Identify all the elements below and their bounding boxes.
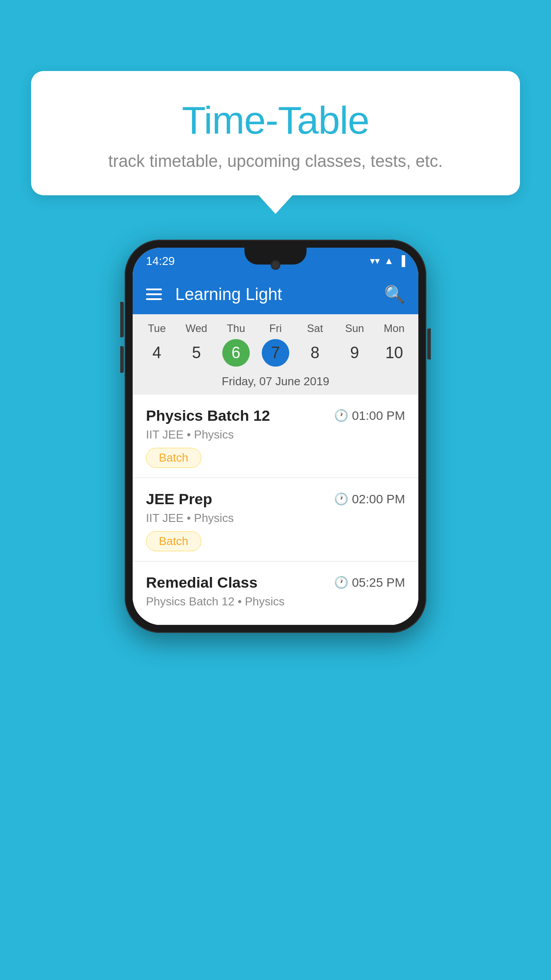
signal-icon: ▲ — [384, 255, 394, 267]
class-item-jee-prep[interactable]: JEE Prep 🕐 02:00 PM IIT JEE • Physics Ba… — [133, 478, 418, 561]
phone-mockup: 14:29 ▾▾ ▲ ▐ Learning Light 🔍 — [125, 240, 426, 633]
class-time-text-2: 02:00 PM — [352, 492, 405, 506]
class-item-remedial[interactable]: Remedial Class 🕐 05:25 PM Physics Batch … — [133, 561, 418, 625]
class-header-3: Remedial Class 🕐 05:25 PM — [146, 574, 405, 591]
day-label-mon: Mon — [374, 322, 414, 335]
class-meta-3: Physics Batch 12 • Physics — [146, 595, 405, 609]
phone-vol-down-button — [120, 346, 124, 373]
class-time-3: 🕐 05:25 PM — [334, 576, 405, 590]
phone-camera — [271, 260, 280, 270]
class-meta-2: IIT JEE • Physics — [146, 511, 405, 525]
search-button[interactable]: 🔍 — [384, 285, 405, 304]
class-name-2: JEE Prep — [146, 490, 212, 508]
class-meta-1: IIT JEE • Physics — [146, 428, 405, 442]
day-5[interactable]: 5 — [177, 338, 216, 368]
class-time-2: 🕐 02:00 PM — [334, 492, 405, 506]
day-10[interactable]: 10 — [374, 338, 414, 368]
calendar-section: Tue Wed Thu Fri Sat Sun Mon 4 5 6 — [133, 314, 418, 395]
class-time-1: 🕐 01:00 PM — [334, 409, 405, 423]
day-numbers: 4 5 6 7 8 9 10 — [133, 336, 418, 372]
tooltip-card: Time-Table track timetable, upcoming cla… — [31, 71, 520, 195]
tooltip-subtitle: track timetable, upcoming classes, tests… — [58, 152, 493, 171]
batch-badge-1: Batch — [146, 448, 201, 468]
class-header-1: Physics Batch 12 🕐 01:00 PM — [146, 407, 405, 424]
app-bar: Learning Light 🔍 — [133, 274, 418, 314]
clock-icon-3: 🕐 — [334, 576, 348, 589]
day-label-tue: Tue — [137, 322, 177, 335]
phone-vol-up-button — [120, 311, 124, 337]
app-title: Learning Light — [175, 285, 371, 304]
class-header-2: JEE Prep 🕐 02:00 PM — [146, 490, 405, 508]
status-time: 14:29 — [146, 254, 175, 268]
selected-date: Friday, 07 June 2019 — [133, 372, 418, 395]
class-time-text-3: 05:25 PM — [352, 576, 405, 590]
day-label-sat: Sat — [295, 322, 335, 335]
wifi-icon: ▾▾ — [370, 255, 380, 267]
day-7-selected[interactable]: 7 — [256, 338, 295, 368]
phone-notch — [244, 248, 307, 265]
day-labels: Tue Wed Thu Fri Sat Sun Mon — [133, 314, 418, 336]
day-6-today[interactable]: 6 — [216, 338, 256, 368]
clock-icon-1: 🕐 — [334, 409, 348, 423]
day-label-sun: Sun — [335, 322, 374, 335]
clock-icon-2: 🕐 — [334, 492, 348, 506]
class-name-3: Remedial Class — [146, 574, 257, 591]
battery-icon: ▐ — [398, 255, 405, 267]
status-icons: ▾▾ ▲ ▐ — [370, 255, 405, 267]
day-8[interactable]: 8 — [295, 338, 335, 368]
day-9[interactable]: 9 — [335, 338, 374, 368]
day-label-wed: Wed — [177, 322, 216, 335]
phone-power-button — [427, 328, 431, 360]
day-4[interactable]: 4 — [137, 338, 177, 368]
menu-button[interactable] — [146, 288, 162, 300]
batch-badge-2: Batch — [146, 531, 201, 551]
phone-outer: 14:29 ▾▾ ▲ ▐ Learning Light 🔍 — [125, 240, 426, 633]
day-label-fri: Fri — [256, 322, 295, 335]
class-name-1: Physics Batch 12 — [146, 407, 270, 424]
phone-screen: 14:29 ▾▾ ▲ ▐ Learning Light 🔍 — [133, 248, 418, 625]
tooltip-title: Time-Table — [58, 98, 493, 143]
class-time-text-1: 01:00 PM — [352, 409, 405, 423]
class-item-physics-batch-12[interactable]: Physics Batch 12 🕐 01:00 PM IIT JEE • Ph… — [133, 395, 418, 478]
day-label-thu: Thu — [216, 322, 256, 335]
class-list: Physics Batch 12 🕐 01:00 PM IIT JEE • Ph… — [133, 395, 418, 625]
